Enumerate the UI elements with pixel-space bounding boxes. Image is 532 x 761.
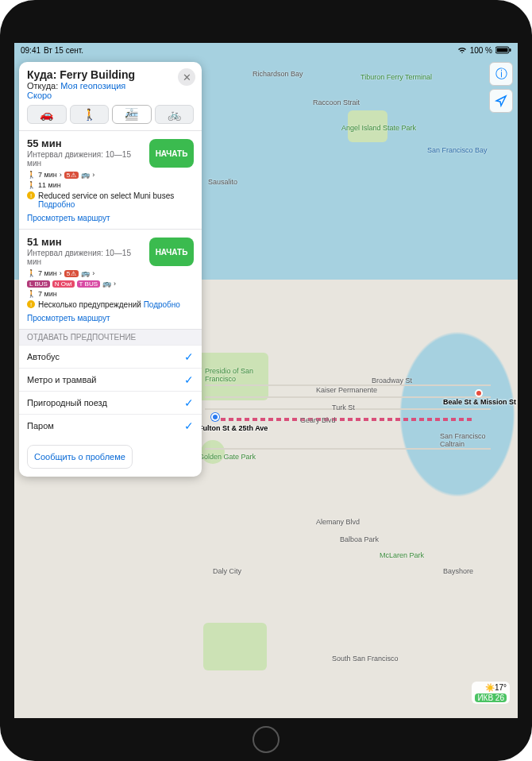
status-date: Вт 15 сент. <box>44 46 83 55</box>
from-prefix: Откуда: <box>27 81 60 91</box>
route-line <box>213 418 475 421</box>
origin-pin[interactable] <box>211 413 222 424</box>
map-label: Broadway St <box>372 377 412 384</box>
checkmark-icon: ✓ <box>184 350 194 363</box>
map-label: Bayshore <box>443 567 473 575</box>
map-label: Golden Gate Park <box>199 453 256 461</box>
report-problem-button[interactable]: Сообщить о проблеме <box>27 445 133 469</box>
map-label: South San Francisco <box>332 655 399 662</box>
walk-icon: 🚶 <box>27 171 36 179</box>
prefs-header: ОТДАВАТЬ ПРЕДПОЧТЕНИЕ <box>19 329 202 345</box>
weather-badge[interactable]: ☀️17° ИКВ 26 <box>472 682 510 704</box>
warning-icon: ! <box>27 191 35 199</box>
line-chip: T BUS <box>77 280 100 288</box>
warning-text: Несколько предупреждений <box>38 300 141 309</box>
pref-row-bus[interactable]: Автобус ✓ <box>19 345 202 368</box>
origin-label: Fulton St & 25th Ave <box>199 424 268 432</box>
wifi-icon <box>457 46 467 54</box>
walk-time: 7 мин <box>38 171 57 179</box>
map-label: Raccoon Strait <box>313 99 360 106</box>
walk-icon: 🚶 <box>27 181 36 189</box>
warning-text: Reduced service on select Muni buses <box>38 191 174 200</box>
pref-label: Пригородный поезд <box>27 398 107 408</box>
details-link[interactable]: Подробно <box>144 300 180 309</box>
battery-pct: 100 % <box>470 46 492 55</box>
warning-icon: ! <box>27 300 35 308</box>
go-button[interactable]: НАЧАТЬ <box>149 238 194 266</box>
route-option[interactable]: НАЧАТЬ 55 мин Интервал движения: 10—15 м… <box>19 130 202 229</box>
map-label: San Francisco Bay <box>427 146 488 154</box>
mode-bike[interactable]: 🚲 <box>155 105 195 124</box>
map-label: Tiburon Ferry Terminal <box>360 73 432 81</box>
map-info-button[interactable]: ⓘ <box>489 62 513 86</box>
pref-row-train[interactable]: Пригородный поезд ✓ <box>19 391 202 414</box>
walk-icon: 🚶 <box>27 269 36 277</box>
map-label: Balboa Park <box>340 535 379 543</box>
map-label: Geary Blvd <box>300 416 336 424</box>
walk-time: 11 мин <box>38 181 61 189</box>
map-label: Alemany Blvd <box>316 518 360 526</box>
destination-label: Beale St & Mission St <box>443 399 516 406</box>
bus-icon: 🚌 <box>81 171 90 179</box>
mode-walk[interactable]: 🚶 <box>70 105 110 124</box>
line-chip: N Owl <box>52 280 75 288</box>
mode-drive[interactable]: 🚗 <box>27 105 67 124</box>
weather-temp: 17° <box>495 683 507 692</box>
line-chip: 5⚠ <box>64 270 79 277</box>
checkmark-icon: ✓ <box>184 419 194 432</box>
pref-label: Паром <box>27 421 54 431</box>
walk-icon: 🚶 <box>27 290 36 298</box>
weather-icon: ☀️ <box>485 683 495 692</box>
aqi-badge: ИКВ 26 <box>475 693 507 702</box>
battery-icon <box>495 46 511 54</box>
mode-transit[interactable]: 🚈 <box>112 105 152 124</box>
map-label: San Francisco Caltrain <box>440 432 488 448</box>
map-label: Richardson Bay <box>253 70 303 78</box>
chevron-right-icon: › <box>60 171 62 179</box>
pref-label: Метро и трамвай <box>27 375 96 384</box>
route-option[interactable]: НАЧАТЬ 51 мин Интервал движения: 10—15 м… <box>19 229 202 329</box>
checkmark-icon: ✓ <box>184 396 194 409</box>
chevron-right-icon: › <box>60 269 62 277</box>
walk-time: 7 мин <box>38 269 57 277</box>
directions-card: ✕ Куда: Ferry Building Откуда: Моя геопо… <box>19 62 202 477</box>
map-label: McLaren Park <box>380 551 424 559</box>
svg-rect-2 <box>510 48 511 52</box>
map-label: Turk St <box>332 404 355 411</box>
depart-time-link[interactable]: Скоро <box>27 91 52 100</box>
destination-title: Куда: Ferry Building <box>27 68 194 81</box>
checkmark-icon: ✓ <box>184 373 194 386</box>
chevron-right-icon: › <box>92 269 94 277</box>
map-label: Presidio of San Francisco <box>205 367 276 383</box>
pref-label: Автобус <box>27 352 60 361</box>
pref-row-metro[interactable]: Метро и трамвай ✓ <box>19 368 202 391</box>
line-chip: 5⚠ <box>64 172 79 179</box>
map-locate-button[interactable] <box>489 89 513 113</box>
park-mountain <box>203 623 267 670</box>
go-button[interactable]: НАЧАТЬ <box>149 139 194 168</box>
preview-route-link[interactable]: Просмотреть маршрут <box>27 314 110 323</box>
close-button[interactable]: ✕ <box>178 68 195 86</box>
status-time: 09:41 <box>21 46 40 55</box>
map-label: Kaiser Permanente <box>316 386 377 394</box>
bus-icon: 🚌 <box>102 280 111 288</box>
details-link[interactable]: Подробно <box>38 200 75 209</box>
chevron-right-icon: › <box>92 171 94 179</box>
line-chip: L BUS <box>27 280 50 288</box>
walk-time: 7 мин <box>38 290 57 298</box>
map-label: Daly City <box>213 567 241 575</box>
from-location-link[interactable]: Моя геопозиция <box>60 81 125 91</box>
status-bar: 09:41 Вт 15 сент. 100 % <box>14 43 518 57</box>
transport-mode-segment: 🚗 🚶 🚈 🚲 <box>19 105 202 130</box>
bus-icon: 🚌 <box>81 269 90 277</box>
preview-route-link[interactable]: Просмотреть маршрут <box>27 214 110 222</box>
map-label: Angel Island State Park <box>341 124 416 132</box>
chevron-right-icon: › <box>114 280 116 288</box>
home-button[interactable] <box>253 726 279 753</box>
map-label: Sausalito <box>208 178 237 186</box>
pref-row-ferry[interactable]: Паром ✓ <box>19 414 202 437</box>
svg-rect-1 <box>497 48 508 52</box>
